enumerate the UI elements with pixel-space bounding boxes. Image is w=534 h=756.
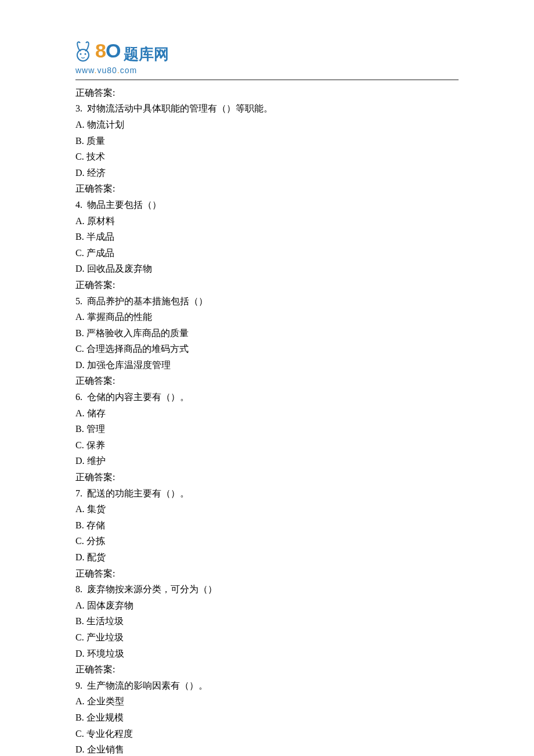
choice-line: A. 集货 xyxy=(75,501,459,517)
question-text: 商品养护的基本措施包括（） xyxy=(87,296,208,306)
choice-line: D. 配货 xyxy=(75,549,459,566)
choice-label: A. xyxy=(75,504,87,514)
choice-label: B. xyxy=(75,712,86,722)
choice-label: C. xyxy=(75,729,86,739)
choice-label: C. xyxy=(75,440,86,450)
choice-line: C. 分拣 xyxy=(75,533,459,549)
choice-text: 经济 xyxy=(87,168,106,178)
choice-line: C. 产业垃圾 xyxy=(75,629,459,646)
choice-line: C. 保养 xyxy=(75,437,459,453)
choice-line: A. 企业类型 xyxy=(75,693,459,710)
choice-label: D. xyxy=(75,264,87,273)
choice-line: B. 半成品 xyxy=(75,229,459,245)
choice-line: B. 管理 xyxy=(75,421,459,437)
question-line: 9. 生产物流的影响因素有（）。 xyxy=(75,678,459,694)
question-line: 5. 商品养护的基本措施包括（） xyxy=(75,293,459,309)
choice-label: A. xyxy=(75,600,87,610)
choice-label: A. xyxy=(75,120,87,129)
choice-label: B. xyxy=(75,520,86,530)
choice-label: A. xyxy=(75,312,87,322)
choice-text: 企业销售 xyxy=(87,744,124,754)
choice-line: B. 存储 xyxy=(75,517,459,534)
choice-line: A. 物流计划 xyxy=(75,117,459,133)
choice-label: C. xyxy=(75,248,86,258)
choice-label: D. xyxy=(75,360,87,370)
choice-line: A. 掌握商品的性能 xyxy=(75,309,459,325)
choice-line: D. 回收品及废弃物 xyxy=(75,261,459,277)
choice-text: 掌握商品的性能 xyxy=(87,312,152,322)
choice-label: D. xyxy=(75,552,87,562)
choice-label: B. xyxy=(75,424,86,434)
choice-text: 质量 xyxy=(86,136,105,146)
question-line: 4. 物品主要包括（） xyxy=(75,197,459,213)
choice-text: 加强仓库温湿度管理 xyxy=(87,360,171,370)
choice-label: B. xyxy=(75,328,86,338)
question-line: 6. 仓储的内容主要有（）。 xyxy=(75,389,459,405)
question-number: 8. xyxy=(75,584,87,594)
choice-line: A. 储存 xyxy=(75,405,459,422)
question-number: 5. xyxy=(75,296,87,306)
answer-label: 正确答案: xyxy=(75,85,459,101)
choice-text: 原材料 xyxy=(87,216,115,226)
choice-text: 技术 xyxy=(86,152,105,161)
choice-text: 环境垃圾 xyxy=(87,649,124,658)
choice-line: A. 固体废弃物 xyxy=(75,597,459,614)
choice-text: 物流计划 xyxy=(87,120,124,129)
choice-line: D. 维护 xyxy=(75,453,459,469)
choice-label: C. xyxy=(75,632,86,642)
choice-line: D. 经济 xyxy=(75,165,459,181)
choice-line: D. 企业销售 xyxy=(75,741,459,756)
url-tld: com xyxy=(120,66,137,75)
logo-number: 8O xyxy=(95,35,120,66)
question-text: 对物流活动中具体职能的管理有（）等职能。 xyxy=(87,103,273,113)
logo-zero: O xyxy=(106,35,120,66)
choice-label: D. xyxy=(75,649,87,658)
svg-point-0 xyxy=(77,49,89,61)
question-line: 3. 对物流活动中具体职能的管理有（）等职能。 xyxy=(75,100,459,117)
choice-label: C. xyxy=(75,536,86,546)
logo: 8O 题库网 www.vu80.com xyxy=(75,35,534,77)
choice-label: D. xyxy=(75,456,87,466)
choice-line: C. 专业化程度 xyxy=(75,726,459,742)
choice-text: 固体废弃物 xyxy=(87,600,134,610)
choice-text: 配货 xyxy=(87,552,106,562)
question-number: 3. xyxy=(75,103,87,113)
choice-text: 储存 xyxy=(87,408,106,418)
choice-line: B. 企业规模 xyxy=(75,710,459,726)
logo-top: 8O 题库网 xyxy=(75,35,534,66)
question-text: 仓储的内容主要有（）。 xyxy=(87,392,189,402)
choice-text: 保养 xyxy=(86,440,105,450)
answer-label: 正确答案: xyxy=(75,277,459,293)
choice-label: B. xyxy=(75,232,86,242)
question-number: 9. xyxy=(75,681,87,690)
choice-text: 产业垃圾 xyxy=(86,632,124,642)
choice-text: 企业规模 xyxy=(86,712,124,722)
url-domain: vu80 xyxy=(97,66,117,75)
choice-line: C. 技术 xyxy=(75,149,459,165)
logo-eight: 8 xyxy=(95,35,106,66)
choice-text: 存储 xyxy=(86,520,105,530)
choice-label: D. xyxy=(75,744,87,754)
choice-line: D. 加强仓库温湿度管理 xyxy=(75,357,459,373)
choice-line: C. 产成品 xyxy=(75,245,459,261)
choice-text: 分拣 xyxy=(86,536,105,546)
choice-label: C. xyxy=(75,344,86,354)
choice-line: B. 质量 xyxy=(75,133,459,149)
question-number: 4. xyxy=(75,200,87,210)
question-text: 配送的功能主要有（）。 xyxy=(87,488,189,498)
answer-label: 正确答案: xyxy=(75,661,459,678)
choice-line: B. 生活垃圾 xyxy=(75,613,459,629)
svg-point-2 xyxy=(85,53,86,55)
choice-text: 维护 xyxy=(87,456,106,466)
header-divider xyxy=(75,80,459,80)
question-line: 8. 废弃物按来源分类，可分为（） xyxy=(75,581,459,597)
choice-text: 合理选择商品的堆码方式 xyxy=(86,344,189,354)
choice-label: A. xyxy=(75,216,87,226)
choice-text: 企业类型 xyxy=(87,696,124,706)
choice-label: A. xyxy=(75,408,87,418)
answer-label: 正确答案: xyxy=(75,566,459,582)
logo-brand-text: 题库网 xyxy=(124,42,169,67)
question-number: 6. xyxy=(75,392,87,402)
question-text: 生产物流的影响因素有（）。 xyxy=(87,681,208,690)
question-text: 物品主要包括（） xyxy=(87,200,161,210)
